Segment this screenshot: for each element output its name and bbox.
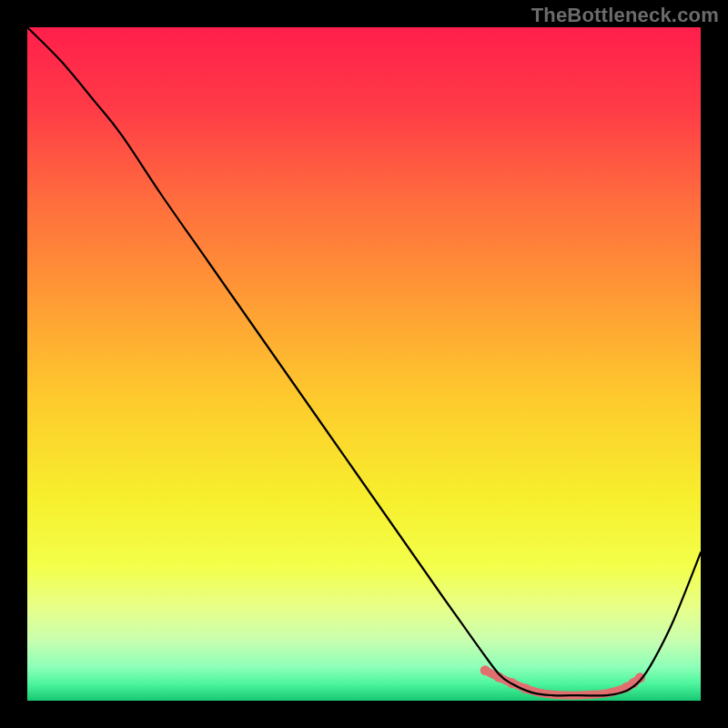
svg-point-1 (480, 665, 490, 675)
watermark-label: TheBottleneck.com (531, 4, 719, 27)
bottleneck-chart (0, 0, 728, 728)
gradient-plot-area (27, 27, 701, 701)
chart-container: TheBottleneck.com (0, 0, 728, 728)
